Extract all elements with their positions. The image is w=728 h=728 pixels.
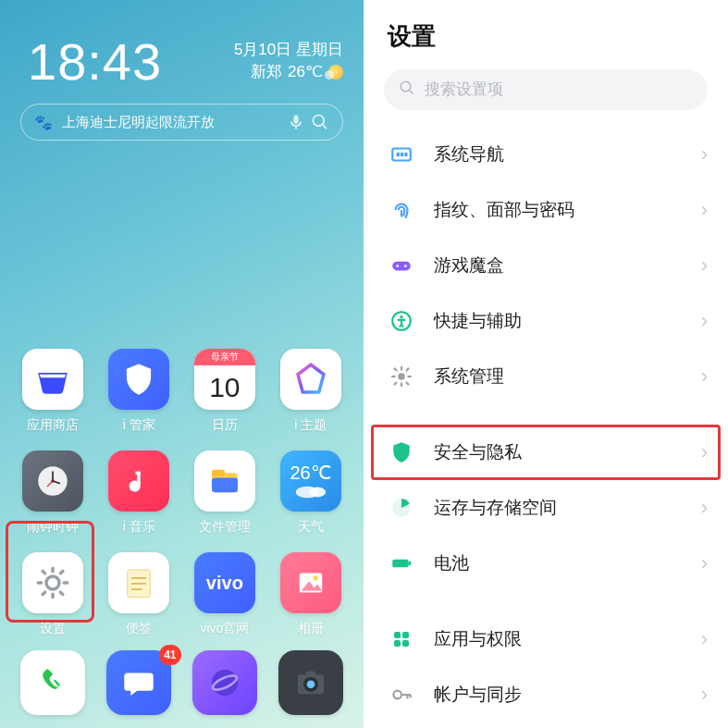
- app-clock[interactable]: 闹钟时钟: [17, 450, 90, 536]
- app-label: 相册: [298, 621, 324, 637]
- dock-browser[interactable]: [189, 650, 262, 715]
- item-label: 帐户与同步: [434, 683, 701, 707]
- svg-rect-48: [393, 367, 398, 372]
- shield-icon: [388, 438, 415, 466]
- item-label: 游戏魔盒: [434, 253, 701, 278]
- page-title: 设置: [364, 0, 728, 69]
- item-label: 系统管理: [434, 364, 701, 389]
- files-icon: [194, 450, 255, 512]
- app-weather[interactable]: 26℃ 天气: [274, 450, 347, 536]
- accessibility-icon: [388, 307, 415, 335]
- svg-rect-18: [58, 590, 65, 597]
- settings-item-security[interactable]: 安全与隐私 ›: [364, 425, 728, 480]
- svg-marker-1: [298, 364, 324, 392]
- settings-search[interactable]: [384, 69, 708, 110]
- svg-point-12: [46, 576, 59, 589]
- app-label: 应用商店: [27, 417, 79, 434]
- clock-time: 18:43: [28, 31, 162, 92]
- dock-messages[interactable]: 41: [103, 650, 176, 715]
- chevron-right-icon: ›: [701, 364, 708, 389]
- battery-icon: [388, 549, 415, 577]
- messages-badge: 41: [159, 645, 180, 665]
- gamepad-icon: [388, 252, 415, 279]
- svg-rect-57: [394, 640, 401, 647]
- app-label: 天气: [298, 519, 324, 536]
- calendar-subtitle: 母亲节: [194, 349, 255, 365]
- app-label: 日历: [212, 417, 238, 434]
- calendar-icon: 母亲节 10: [194, 349, 255, 410]
- app-label: 设置: [40, 621, 66, 637]
- settings-item-nav[interactable]: 系统导航 ›: [364, 127, 728, 182]
- settings-item-account[interactable]: 帐户与同步 ›: [364, 667, 728, 722]
- settings-item-storage[interactable]: 运存与存储空间 ›: [364, 480, 728, 536]
- paw-icon: 🐾: [34, 114, 53, 131]
- settings-icon: [22, 552, 83, 613]
- app-calendar[interactable]: 母亲节 10 日历: [189, 349, 262, 434]
- settings-menu: 系统导航 › 指纹、面部与密码 › 游戏魔盒 › 快捷与辅助 › 系统管理 › …: [364, 123, 728, 726]
- nav-icon: [388, 141, 415, 168]
- app-app-store[interactable]: vivo 应用商店: [17, 349, 90, 434]
- app-gallery[interactable]: 相册: [274, 552, 347, 637]
- app-settings[interactable]: 设置: [17, 552, 90, 637]
- svg-point-42: [400, 315, 402, 318]
- svg-point-32: [306, 680, 315, 688]
- settings-item-apps[interactable]: 应用与权限 ›: [364, 611, 728, 667]
- gallery-icon: [280, 552, 341, 613]
- storage-icon: [388, 494, 415, 522]
- app-label: 便签: [126, 621, 152, 637]
- app-i-manager[interactable]: i 管家: [103, 349, 176, 434]
- svg-rect-54: [409, 561, 412, 565]
- key-icon: [388, 681, 415, 709]
- app-i-theme[interactable]: i 主题: [274, 349, 347, 434]
- group-separator: [364, 404, 728, 425]
- svg-rect-46: [391, 376, 395, 377]
- svg-point-43: [398, 373, 405, 380]
- settings-item-battery[interactable]: 电池 ›: [364, 536, 728, 591]
- chevron-right-icon: ›: [701, 440, 708, 464]
- svg-point-59: [393, 691, 401, 699]
- app-label: vivo官网: [200, 621, 249, 637]
- svg-rect-9: [212, 478, 238, 493]
- chevron-right-icon: ›: [701, 198, 708, 222]
- news-headline: 上海迪士尼明起限流开放: [62, 114, 215, 131]
- app-files[interactable]: 文件管理: [189, 450, 262, 536]
- settings-item-biometrics[interactable]: 指纹、面部与密码 ›: [364, 182, 728, 238]
- chevron-right-icon: ›: [701, 627, 708, 651]
- weather-mini[interactable]: 新郑 26℃: [251, 61, 343, 82]
- voice-icon[interactable]: [287, 113, 305, 131]
- fingerprint-icon: [388, 196, 415, 224]
- app-label: 文件管理: [199, 519, 251, 536]
- dock: 41: [0, 650, 364, 715]
- settings-search-input[interactable]: [425, 80, 693, 99]
- item-label: 指纹、面部与密码: [434, 198, 701, 222]
- app-grid: vivo 应用商店 i 管家 母亲节 10 日历 i 主题: [0, 349, 364, 637]
- settings-item-shortcut[interactable]: 快捷与辅助 ›: [364, 293, 728, 349]
- chevron-right-icon: ›: [701, 253, 708, 278]
- news-search-bar[interactable]: 🐾 上海迪士尼明起限流开放: [20, 104, 343, 141]
- chevron-right-icon: ›: [701, 496, 708, 520]
- svg-rect-58: [402, 640, 409, 647]
- app-label: i 音乐: [123, 519, 155, 536]
- chevron-right-icon: ›: [701, 309, 708, 333]
- app-vivo-site[interactable]: vivo vivo官网: [189, 552, 262, 637]
- item-label: 应用与权限: [434, 627, 701, 651]
- app-label: i 管家: [123, 417, 155, 434]
- settings-item-gamebox[interactable]: 游戏魔盒 ›: [364, 238, 728, 293]
- apps-icon: [388, 625, 415, 653]
- dock-phone[interactable]: [17, 650, 90, 715]
- vivosite-icon: vivo: [194, 552, 255, 613]
- search-icon[interactable]: [311, 113, 329, 131]
- phone-icon: [20, 650, 85, 715]
- svg-text:vivo: vivo: [45, 382, 62, 391]
- notes-icon: [108, 552, 169, 613]
- browser-icon: [192, 650, 257, 715]
- svg-rect-15: [37, 581, 43, 585]
- app-notes[interactable]: 便签: [103, 552, 176, 637]
- settings-item-sysmgmt[interactable]: 系统管理 ›: [364, 349, 728, 404]
- app-i-music[interactable]: i 音乐: [103, 450, 176, 536]
- app-label: i 主题: [294, 417, 327, 434]
- svg-rect-56: [402, 632, 409, 638]
- svg-rect-33: [305, 672, 315, 676]
- gear-icon: [388, 363, 415, 390]
- dock-camera[interactable]: [274, 650, 347, 715]
